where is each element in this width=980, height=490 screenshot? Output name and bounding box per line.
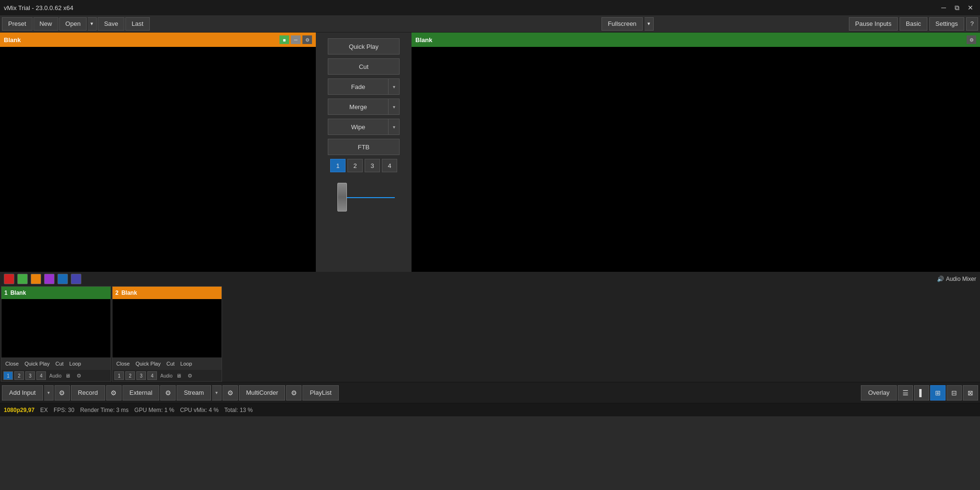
input-card-2: 2 Blank Close Quick Play Cut Loop 1 2 3 … — [112, 286, 222, 382]
detail-view-button[interactable]: ⊠ — [963, 385, 978, 401]
restore-button[interactable]: ⧉ — [951, 2, 963, 13]
wipe-button[interactable]: Wipe — [328, 119, 388, 135]
add-input-gear[interactable]: ⚙ — [55, 385, 70, 401]
color-dot-darkblue[interactable] — [71, 274, 81, 284]
trans-num-1[interactable]: 1 — [330, 159, 345, 172]
input-2-quickplay[interactable]: Quick Play — [134, 360, 163, 368]
merge-arrow-button[interactable]: ▾ — [388, 99, 400, 115]
last-button[interactable]: Last — [125, 17, 150, 31]
stream-arrow[interactable]: ▾ — [212, 385, 222, 401]
playlist-button[interactable]: PlayList — [302, 385, 339, 401]
stream-button[interactable]: Stream — [177, 385, 211, 401]
trans-num-4[interactable]: 4 — [382, 159, 397, 172]
input-1-num-3[interactable]: 3 — [25, 371, 35, 380]
trans-num-3[interactable]: 3 — [365, 159, 380, 172]
open-button[interactable]: Open — [59, 17, 87, 31]
preset-button[interactable]: Preset — [2, 17, 33, 31]
input-1-header: 1 Blank — [1, 287, 111, 299]
color-dot-orange[interactable] — [31, 274, 41, 284]
external-button[interactable]: External — [122, 385, 160, 401]
compact-view-button[interactable]: ⊟ — [947, 385, 962, 401]
record-gear[interactable]: ⚙ — [106, 385, 122, 401]
preview-header: Blank ■ ─ ⚙ — [0, 33, 316, 47]
inputs-row: 1 Blank Close Quick Play Cut Loop 1 2 3 … — [0, 286, 980, 382]
multicorder-gear[interactable]: ⚙ — [286, 385, 301, 401]
multicorder-button[interactable]: MultiCorder — [239, 385, 285, 401]
input-1-loop[interactable]: Loop — [67, 360, 83, 368]
input-2-gear-icon[interactable]: ⚙ — [185, 371, 195, 380]
preview-gear-button[interactable]: ⚙ — [302, 35, 312, 44]
save-button[interactable]: Save — [98, 17, 124, 31]
extra-button[interactable]: ? — [966, 17, 978, 31]
input-2-num-2[interactable]: 2 — [125, 371, 135, 380]
list-view-button[interactable]: ☰ — [898, 385, 913, 401]
input-1-cut[interactable]: Cut — [54, 360, 66, 368]
overlay-button[interactable]: Overlay — [861, 385, 897, 401]
bar-view-button[interactable]: ▌ — [914, 385, 929, 401]
add-input-button[interactable]: Add Input — [2, 385, 43, 401]
preview-green-button[interactable]: ■ — [279, 35, 289, 44]
quick-play-button[interactable]: Quick Play — [328, 38, 400, 55]
color-dot-green[interactable] — [17, 274, 28, 284]
input-1-monitor-icon[interactable]: 🖥 — [63, 371, 73, 380]
fullscreen-arrow-button[interactable]: ▾ — [645, 17, 654, 31]
input-2-header: 2 Blank — [112, 287, 222, 299]
t-bar-slider[interactable] — [328, 178, 400, 216]
input-1-close[interactable]: Close — [3, 360, 21, 368]
add-input-arrow[interactable]: ▾ — [44, 385, 54, 401]
grid-view-button[interactable]: ⊞ — [930, 385, 946, 401]
stream-gear[interactable]: ⚙ — [223, 385, 238, 401]
input-2-cut[interactable]: Cut — [165, 360, 177, 368]
input-2-num-4[interactable]: 4 — [147, 371, 157, 380]
input-1-num-1[interactable]: 1 — [3, 371, 13, 380]
transition-numbers: 1 2 3 4 — [330, 159, 397, 172]
transition-panel: Quick Play Cut Fade ▾ Merge ▾ Wipe ▾ FTB… — [316, 33, 412, 272]
output-panel: Blank ⚙ — [412, 33, 980, 272]
new-button[interactable]: New — [33, 17, 58, 31]
input-1-quickplay[interactable]: Quick Play — [22, 360, 52, 368]
input-2-num-3[interactable]: 3 — [136, 371, 146, 380]
record-button[interactable]: Record — [71, 385, 105, 401]
merge-transition: Merge ▾ — [328, 99, 400, 115]
ftb-button[interactable]: FTB — [328, 139, 400, 155]
merge-button[interactable]: Merge — [328, 99, 388, 115]
close-button[interactable]: ✕ — [965, 2, 976, 13]
external-gear[interactable]: ⚙ — [160, 385, 176, 401]
color-dot-red[interactable] — [4, 274, 14, 284]
input-2-close[interactable]: Close — [114, 360, 132, 368]
input-2-loop[interactable]: Loop — [178, 360, 194, 368]
output-gear-button[interactable]: ⚙ — [967, 35, 976, 44]
fade-button[interactable]: Fade — [328, 78, 388, 95]
input-1-num-2[interactable]: 2 — [14, 371, 24, 380]
audio-mixer-button[interactable]: 🔊 Audio Mixer — [937, 272, 976, 286]
open-arrow-button[interactable]: ▾ — [88, 17, 97, 31]
wipe-arrow-button[interactable]: ▾ — [388, 119, 400, 135]
color-dot-purple[interactable] — [44, 274, 55, 284]
fade-transition: Fade ▾ — [328, 78, 400, 95]
input-2-controls: Close Quick Play Cut Loop — [112, 357, 222, 370]
input-1-num: 1 — [4, 290, 8, 296]
input-1-controls: Close Quick Play Cut Loop — [1, 357, 111, 370]
input-2-monitor-icon[interactable]: 🖥 — [174, 371, 184, 380]
trans-num-2[interactable]: 2 — [347, 159, 363, 172]
minimize-button[interactable]: ─ — [938, 2, 949, 13]
color-dots-row: 🔊 Audio Mixer — [0, 272, 980, 286]
color-dot-blue[interactable] — [57, 274, 68, 284]
input-2-title: Blank — [122, 290, 137, 296]
input-1-gear-icon[interactable]: ⚙ — [74, 371, 84, 380]
main-area: Blank ■ ─ ⚙ Quick Play Cut Fade ▾ Merge … — [0, 33, 980, 272]
fade-arrow-button[interactable]: ▾ — [388, 78, 400, 95]
window-controls: ─ ⧉ ✕ — [938, 2, 976, 13]
cut-button[interactable]: Cut — [328, 58, 400, 75]
pause-inputs-button[interactable]: Pause Inputs — [849, 17, 898, 31]
fullscreen-button[interactable]: Fullscreen — [601, 17, 643, 31]
settings-button[interactable]: Settings — [929, 17, 964, 31]
basic-button[interactable]: Basic — [900, 17, 927, 31]
slider-handle[interactable] — [337, 183, 347, 212]
audio-icon: 🔊 — [937, 276, 944, 282]
input-2-num-1[interactable]: 1 — [114, 371, 124, 380]
status-cpu: CPU vMix: 4 % — [180, 407, 219, 413]
input-1-num-4[interactable]: 4 — [36, 371, 46, 380]
input-2-audio-label: Audio — [160, 373, 173, 379]
preview-minimize-button[interactable]: ─ — [291, 35, 301, 44]
